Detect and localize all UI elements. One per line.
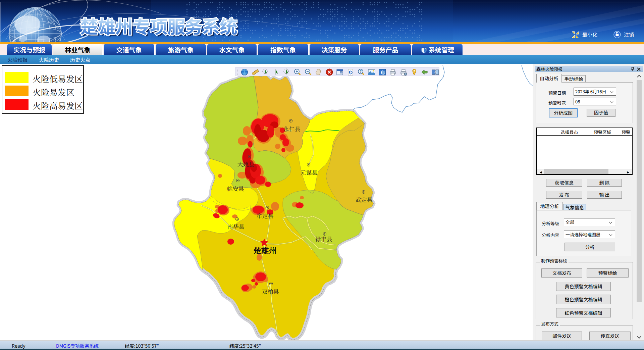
svg-text:武定县: 武定县: [356, 195, 373, 204]
svg-text:牟定县: 牟定县: [257, 211, 274, 220]
svg-text:?: ?: [360, 69, 362, 74]
svg-text:姚安县: 姚安县: [227, 184, 244, 193]
svg-text:大姚县: 大姚县: [237, 160, 255, 168]
svg-text:禄丰县: 禄丰县: [315, 235, 332, 243]
svg-text:双柏县: 双柏县: [262, 287, 279, 296]
svg-text:永仁县: 永仁县: [283, 124, 301, 133]
svg-text:南华县: 南华县: [227, 222, 245, 231]
svg-text:元谋县: 元谋县: [301, 168, 318, 177]
svg-text:最小化: 最小化: [582, 31, 597, 38]
svg-text:楚雄州专项服务系统: 楚雄州专项服务系统: [80, 13, 237, 38]
svg-text:楚雄州: 楚雄州: [254, 245, 277, 256]
svg-text:注销: 注销: [624, 31, 634, 38]
